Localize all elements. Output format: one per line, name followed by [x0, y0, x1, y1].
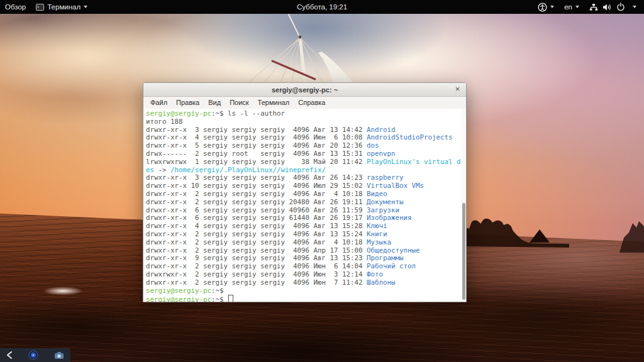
close-button[interactable]: × [452, 84, 463, 95]
scrollbar-track[interactable] [462, 109, 466, 302]
menu-file[interactable]: Файл [146, 97, 172, 109]
terminal-line: sergiy@sergiy-pc:~$ ls -l --author [146, 110, 466, 118]
accessibility-menu[interactable] [533, 0, 559, 14]
app-menu-label: Терминал [47, 3, 80, 11]
menu-terminal[interactable]: Терминал [253, 97, 294, 109]
terminal-output: sergiy@sergiy-pc:~$ ls -l --authorитого … [146, 110, 466, 302]
volume-icon [602, 3, 612, 11]
bottom-left-overlay [0, 348, 70, 362]
chevron-down-icon [84, 6, 87, 8]
keyboard-layout-label: en [564, 3, 572, 11]
terminal-title-bar[interactable]: sergiy@sergiy-pc: ~ × [143, 83, 466, 97]
terminal-cursor [228, 295, 233, 302]
clock-button[interactable]: Суббота, 19:21 [292, 0, 352, 14]
chevron-down-icon [633, 6, 636, 8]
menu-search[interactable]: Поиск [225, 97, 253, 109]
terminal-body[interactable]: sergiy@sergiy-pc:~$ ls -l --authorитого … [143, 109, 466, 302]
terminal-menu-bar: Файл Правка Вид Поиск Терминал Справка [143, 97, 466, 109]
desktop: Обзор Терминал Суббота, 19:21 [0, 0, 644, 362]
activities-label: Обзор [5, 3, 26, 11]
back-chevron-icon[interactable] [6, 351, 13, 359]
power-icon [616, 3, 625, 11]
top-bar: Обзор Терминал Суббота, 19:21 [0, 0, 644, 14]
chevron-down-icon [575, 6, 579, 8]
window-title: sergiy@sergiy-pc: ~ [143, 86, 466, 94]
terminal-window: sergiy@sergiy-pc: ~ × Файл Правка Вид По… [143, 82, 467, 302]
terminal-icon [36, 4, 44, 11]
camera-icon[interactable] [54, 351, 64, 359]
clock-label: Суббота, 19:21 [297, 3, 347, 11]
chevron-down-icon [550, 6, 554, 8]
terminal-line: sergiy@sergiy-pc:~$ [146, 287, 466, 295]
scrollbar-thumb[interactable] [462, 203, 465, 300]
terminal-line: sergiy@sergiy-pc:~$ [146, 295, 466, 302]
top-bar-right: en [533, 0, 644, 14]
menu-edit[interactable]: Правка [172, 97, 204, 109]
compass-icon[interactable] [28, 350, 38, 360]
menu-help[interactable]: Справка [294, 97, 330, 109]
keyboard-layout-menu[interactable]: en [559, 0, 584, 14]
menu-view[interactable]: Вид [204, 97, 225, 109]
accessibility-icon [538, 3, 547, 12]
network-wired-icon [589, 3, 598, 11]
app-menu-button[interactable]: Терминал [31, 0, 92, 14]
system-menu[interactable] [584, 0, 641, 14]
activities-button[interactable]: Обзор [0, 0, 31, 14]
